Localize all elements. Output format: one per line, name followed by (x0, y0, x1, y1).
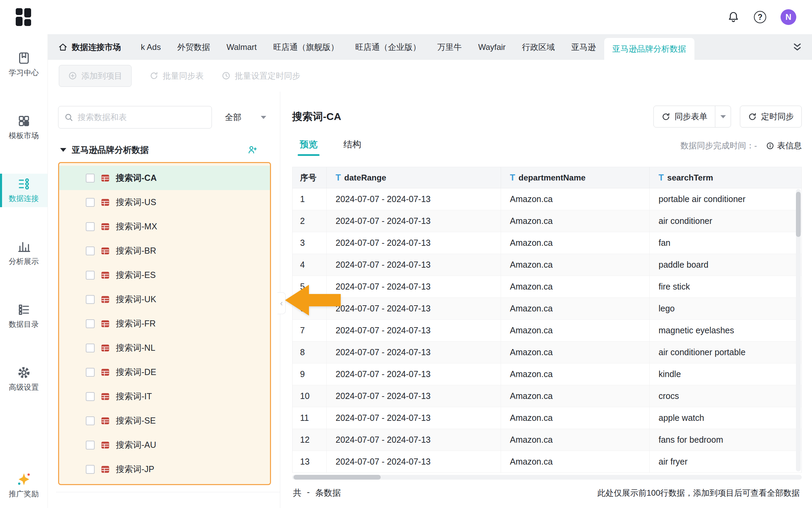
tree-item-search-term-es[interactable]: 搜索词-ES (59, 263, 270, 287)
tab-wayfair[interactable]: Wayfair (470, 34, 514, 60)
tab-label: Walmart (227, 42, 257, 52)
tree-item-search-term-uk[interactable]: 搜索词-UK (59, 287, 270, 311)
sidebar-item-advanced-settings[interactable]: 高级设置 (0, 362, 48, 396)
sync-form-button[interactable]: 同步表单 (653, 106, 731, 128)
checkbox[interactable] (86, 416, 95, 425)
table-red-icon (100, 197, 110, 208)
tab-structure[interactable]: 结构 (343, 138, 361, 156)
button-label: 批量设置定时同步 (235, 70, 300, 81)
column-header-label: dateRange (344, 173, 386, 183)
table-row[interactable]: 122024-07-07 - 2024-07-13Amazon.cafans f… (293, 429, 801, 451)
cell-no: 7 (293, 320, 327, 341)
sidebar-item-template-market[interactable]: 模板市场 (0, 111, 48, 144)
tree-item-search-term-de[interactable]: 搜索词-DE (59, 360, 270, 384)
horizontal-scrollbar-thumb[interactable] (294, 475, 381, 480)
search-input[interactable] (78, 112, 206, 122)
cell-no: 10 (293, 385, 327, 407)
checkbox[interactable] (86, 174, 95, 183)
vertical-scrollbar-thumb[interactable] (796, 192, 801, 237)
sync-form-dropdown[interactable] (715, 106, 731, 127)
scheduled-sync-button[interactable]: 定时同步 (740, 106, 802, 128)
tree-item-search-term-us[interactable]: 搜索词-US (59, 190, 270, 214)
table-row[interactable]: 42024-07-07 - 2024-07-13Amazon.capaddle … (293, 254, 801, 276)
table-row[interactable]: 62024-07-07 - 2024-07-13Amazon.calego (293, 298, 801, 320)
batch-scheduled-sync-button[interactable]: 批量设置定时同步 (221, 70, 300, 81)
checkbox[interactable] (86, 271, 95, 280)
tab-wdt-enterprise[interactable]: 旺店通（企业版） (347, 34, 429, 60)
tab-preview[interactable]: 预览 (300, 138, 317, 156)
sidebar-item-data-connection[interactable]: 数据连接 (0, 174, 48, 207)
column-header-label: searchTerm (667, 173, 713, 183)
table-info-button[interactable]: 表信息 (766, 140, 802, 151)
app-logo[interactable] (16, 8, 31, 26)
table-row[interactable]: 22024-07-07 - 2024-07-13Amazon.caair con… (293, 210, 801, 232)
notification-bell-icon[interactable] (727, 11, 740, 23)
promo-icon (16, 472, 31, 487)
add-to-project-button[interactable]: 添加到项目 (59, 65, 132, 87)
table-row[interactable]: 12024-07-07 - 2024-07-13Amazon.caportabl… (293, 188, 801, 210)
sidebar-item-learning-center[interactable]: 学习中心 (0, 48, 48, 81)
column-header-searchTerm[interactable]: TsearchTerm (650, 167, 801, 188)
tab-home-market[interactable]: 数据连接市场 (58, 42, 121, 53)
sidebar-item-promo-rewards[interactable]: 推广奖励 (0, 472, 48, 499)
tree-item-search-term-ca[interactable]: 搜索词-CA (59, 166, 270, 190)
batch-sync-tables-button[interactable]: 批量同步表 (149, 70, 204, 81)
tab-amazon-brand-analytics[interactable]: 亚马逊品牌分析数据 (604, 38, 694, 60)
checkbox[interactable] (86, 246, 95, 255)
tree-item-search-term-nl[interactable]: 搜索词-NL (59, 336, 270, 360)
table-row[interactable]: 102024-07-07 - 2024-07-13Amazon.cacrocs (293, 385, 801, 407)
column-header-no[interactable]: 序号 (293, 167, 327, 188)
checkbox[interactable] (86, 441, 95, 450)
table-row[interactable]: 82024-07-07 - 2024-07-13Amazon.caair con… (293, 342, 801, 363)
text-type-icon: T (336, 173, 341, 183)
tree-item-search-term-fr[interactable]: 搜索词-FR (59, 311, 270, 336)
checkbox[interactable] (86, 222, 95, 231)
tab-k-ads[interactable]: k Ads (133, 34, 169, 60)
scope-select[interactable]: 全部 (218, 106, 271, 129)
avatar[interactable]: N (781, 9, 796, 25)
table-row[interactable]: 92024-07-07 - 2024-07-13Amazon.cakindle (293, 363, 801, 385)
sidebar-item-data-catalog[interactable]: 数据目录 (0, 299, 48, 333)
tab-wanliniu[interactable]: 万里牛 (429, 34, 470, 60)
sidebar-item-analysis-display[interactable]: 分析展示 (0, 237, 48, 270)
tab-foreign-trade-data[interactable]: 外贸数据 (169, 34, 218, 60)
cell-no: 6 (293, 298, 327, 319)
tree-item-search-term-mx[interactable]: 搜索词-MX (59, 214, 270, 239)
tab-amazon[interactable]: 亚马逊 (563, 34, 604, 60)
text-type-icon: T (510, 173, 515, 183)
vertical-scrollbar[interactable] (796, 189, 801, 471)
tree-item-search-term-it[interactable]: 搜索词-IT (59, 384, 270, 409)
table-row[interactable]: 72024-07-07 - 2024-07-13Amazon.camagneti… (293, 320, 801, 342)
tree-collapse-icon[interactable] (60, 148, 66, 152)
checkbox[interactable] (86, 198, 95, 207)
tab-wdt-flagship[interactable]: 旺店通（旗舰版） (265, 34, 347, 60)
tab-admin-region[interactable]: 行政区域 (514, 34, 563, 60)
tree-root[interactable]: 亚马逊品牌分析数据 (58, 142, 271, 157)
table-row[interactable]: 132024-07-07 - 2024-07-13Amazon.caair fr… (293, 451, 801, 473)
table-row[interactable]: 112024-07-07 - 2024-07-13Amazon.caapple … (293, 407, 801, 429)
checkbox[interactable] (86, 295, 95, 304)
panel-collapse-handle[interactable]: ‹ (278, 292, 286, 314)
cell-departmentName: Amazon.ca (501, 254, 650, 276)
tree-item-search-term-br[interactable]: 搜索词-BR (59, 239, 270, 263)
checkbox[interactable] (86, 344, 95, 352)
horizontal-scrollbar[interactable] (292, 475, 802, 480)
template-market-icon (17, 114, 31, 128)
tree-item-search-term-se[interactable]: 搜索词-SE (59, 409, 270, 433)
tree-item-search-term-au[interactable]: 搜索词-AU (59, 433, 270, 457)
tab-walmart[interactable]: Walmart (218, 34, 265, 60)
analysis-icon (17, 240, 31, 254)
tree-item-search-term-jp[interactable]: 搜索词-JP (59, 457, 270, 481)
cell-dateRange: 2024-07-07 - 2024-07-13 (327, 254, 501, 276)
checkbox[interactable] (86, 368, 95, 377)
checkbox[interactable] (86, 392, 95, 401)
table-row[interactable]: 32024-07-07 - 2024-07-13Amazon.cafan (293, 232, 801, 254)
column-header-departmentName[interactable]: TdepartmentName (501, 167, 650, 188)
checkbox[interactable] (86, 465, 95, 474)
checkbox[interactable] (86, 319, 95, 328)
tabs-expand-button[interactable] (791, 34, 803, 60)
table-row[interactable]: 52024-07-07 - 2024-07-13Amazon.cafire st… (293, 276, 801, 298)
collaborator-icon[interactable] (247, 145, 257, 155)
column-header-dateRange[interactable]: TdateRange (327, 167, 501, 188)
help-icon[interactable]: ? (754, 11, 766, 23)
